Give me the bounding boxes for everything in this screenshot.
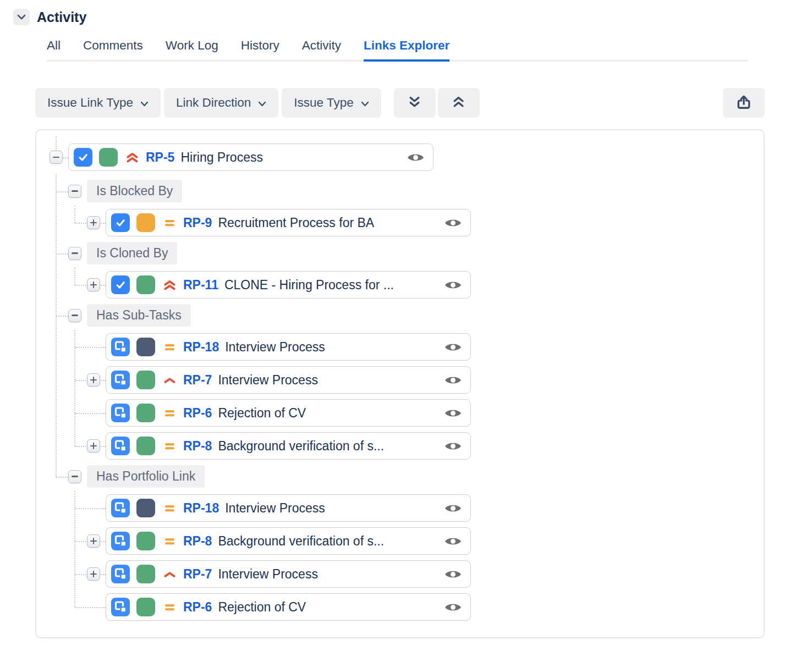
link-group-children: RP-11CLONE - Hiring Process for ... bbox=[75, 271, 764, 299]
collapse-all-button[interactable] bbox=[438, 88, 480, 118]
status-square-dark bbox=[136, 338, 155, 356]
section-collapse-button[interactable] bbox=[13, 9, 30, 25]
issue-key-link[interactable]: RP-5 bbox=[146, 150, 174, 165]
priority-highest-icon bbox=[125, 150, 140, 165]
link-group-row: Has Portfolio Link bbox=[68, 465, 764, 488]
expand-toggle-plus[interactable] bbox=[87, 567, 100, 581]
eye-icon[interactable] bbox=[445, 217, 462, 229]
eye-icon[interactable] bbox=[445, 569, 462, 580]
issue-checkbox-checked[interactable] bbox=[111, 213, 130, 232]
double-chevron-up-icon bbox=[451, 95, 466, 111]
link-group-row: Is Blocked By bbox=[68, 180, 764, 202]
link-direction-dropdown[interactable]: Link Direction bbox=[164, 88, 278, 118]
issue-key-link[interactable]: RP-18 bbox=[183, 340, 219, 355]
issue-summary: Interview Process bbox=[225, 340, 325, 355]
eye-icon[interactable] bbox=[445, 503, 462, 514]
collapse-toggle-minus[interactable] bbox=[68, 309, 81, 322]
issue-summary: Interview Process bbox=[218, 567, 318, 582]
tree-item-row: RP-7Interview Process bbox=[106, 560, 764, 588]
eye-icon[interactable] bbox=[445, 279, 462, 291]
tab-links-explorer[interactable]: Links Explorer bbox=[364, 38, 449, 62]
expand-toggle-plus[interactable] bbox=[87, 534, 100, 548]
collapse-toggle-minus[interactable] bbox=[68, 470, 81, 483]
link-group-children: RP-18Interview ProcessRP-8Background ver… bbox=[75, 494, 764, 621]
link-group-children: RP-9Recruitment Process for BA bbox=[75, 209, 764, 236]
eye-icon[interactable] bbox=[445, 440, 462, 452]
chevron-down-icon bbox=[258, 96, 266, 110]
subtask-icon bbox=[111, 437, 130, 455]
issue-summary: Recruitment Process for BA bbox=[218, 216, 374, 230]
issue-key-link[interactable]: RP-8 bbox=[183, 534, 212, 549]
issue-card: RP-11CLONE - Hiring Process for ... bbox=[106, 271, 471, 299]
priority-medium-icon bbox=[162, 216, 177, 230]
tree-root-row: RP-5Hiring Process bbox=[50, 144, 764, 171]
status-square-green bbox=[136, 598, 155, 616]
subtask-icon bbox=[111, 404, 130, 422]
eye-icon[interactable] bbox=[445, 407, 462, 419]
expand-toggle-plus[interactable] bbox=[87, 278, 100, 291]
issue-card: RP-18Interview Process bbox=[106, 494, 471, 522]
tree-connector-line bbox=[74, 268, 75, 285]
collapse-toggle-minus[interactable] bbox=[50, 151, 63, 164]
eye-icon[interactable] bbox=[407, 152, 424, 163]
tree-item-row: RP-9Recruitment Process for BA bbox=[106, 209, 764, 236]
expand-toggle-plus[interactable] bbox=[87, 216, 100, 229]
collapse-toggle-minus[interactable] bbox=[68, 247, 81, 260]
priority-medium-icon bbox=[162, 406, 177, 421]
tab-all[interactable]: All bbox=[47, 38, 61, 62]
page-title: Activity bbox=[37, 9, 86, 25]
collapse-toggle-minus[interactable] bbox=[68, 185, 81, 198]
status-square-orange bbox=[136, 213, 155, 232]
eye-icon[interactable] bbox=[445, 341, 462, 353]
expand-all-button[interactable] bbox=[394, 88, 436, 118]
tree-connector-line bbox=[56, 174, 57, 477]
issue-key-link[interactable]: RP-8 bbox=[183, 439, 212, 454]
link-group-children: RP-18Interview ProcessRP-7Interview Proc… bbox=[75, 333, 764, 460]
links-explorer-toolbar: Issue Link Type Link Direction Issue Typ… bbox=[35, 88, 765, 118]
activity-panel: Activity All Comments Work Log History A… bbox=[0, 0, 812, 662]
issue-key-link[interactable]: RP-18 bbox=[183, 501, 219, 516]
issue-key-link[interactable]: RP-9 bbox=[183, 216, 212, 230]
eye-icon[interactable] bbox=[445, 536, 462, 547]
subtask-icon bbox=[111, 499, 130, 517]
subtask-icon bbox=[111, 532, 130, 550]
issue-key-link[interactable]: RP-7 bbox=[183, 373, 212, 388]
priority-high-icon bbox=[162, 567, 177, 582]
tab-work-log[interactable]: Work Log bbox=[166, 38, 218, 62]
tab-history[interactable]: History bbox=[241, 38, 279, 62]
issue-link-type-dropdown[interactable]: Issue Link Type bbox=[35, 88, 161, 118]
issue-key-link[interactable]: RP-6 bbox=[183, 600, 212, 615]
issue-checkbox-checked[interactable] bbox=[111, 275, 130, 294]
export-button[interactable] bbox=[723, 88, 765, 118]
subtask-icon bbox=[111, 598, 130, 616]
tree-item-row: RP-11CLONE - Hiring Process for ... bbox=[106, 271, 764, 299]
status-square-green bbox=[136, 532, 155, 550]
issue-type-dropdown[interactable]: Issue Type bbox=[282, 88, 381, 118]
expand-toggle-plus[interactable] bbox=[87, 373, 100, 387]
status-square-green bbox=[136, 565, 155, 583]
priority-medium-icon bbox=[162, 501, 177, 516]
link-type-label: Is Cloned By bbox=[87, 242, 177, 264]
issue-key-link[interactable]: RP-6 bbox=[183, 406, 212, 421]
tab-comments[interactable]: Comments bbox=[83, 38, 143, 62]
priority-medium-icon bbox=[162, 534, 177, 549]
dropdown-label: Issue Link Type bbox=[47, 96, 133, 110]
tree-item-row: RP-8Background verification of s... bbox=[106, 527, 764, 555]
issue-card: RP-8Background verification of s... bbox=[106, 432, 471, 460]
eye-icon[interactable] bbox=[445, 602, 462, 613]
subtask-icon bbox=[111, 565, 130, 583]
link-group-row: Has Sub-Tasks bbox=[68, 304, 764, 327]
tab-activity[interactable]: Activity bbox=[302, 38, 341, 62]
issue-checkbox-checked[interactable] bbox=[74, 148, 92, 167]
link-group: Is Cloned ByRP-11CLONE - Hiring Process … bbox=[56, 242, 764, 299]
expand-toggle-plus[interactable] bbox=[87, 439, 100, 453]
link-group: Has Portfolio LinkRP-18Interview Process… bbox=[56, 465, 764, 621]
issue-key-link[interactable]: RP-11 bbox=[183, 278, 218, 293]
issue-key-link[interactable]: RP-7 bbox=[183, 567, 212, 582]
tree-connector-line bbox=[74, 206, 75, 223]
activity-tabs: All Comments Work Log History Activity L… bbox=[47, 38, 748, 62]
tree-item-row: RP-6Rejection of CV bbox=[106, 399, 764, 427]
eye-icon[interactable] bbox=[445, 374, 462, 386]
priority-high-icon bbox=[162, 373, 177, 388]
links-explorer-panel: RP-5Hiring ProcessIs Blocked ByRP-9Recru… bbox=[35, 129, 765, 638]
